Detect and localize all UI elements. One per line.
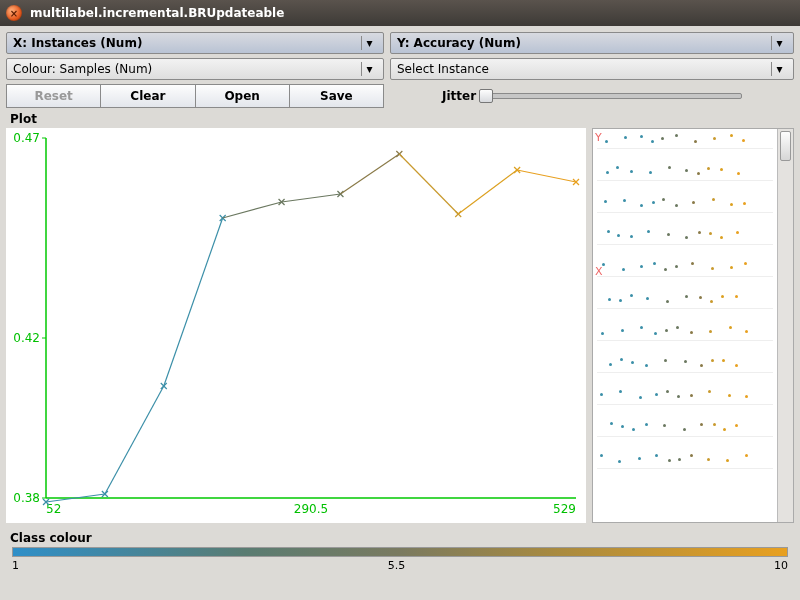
y-axis-label: Y: Accuracy (Num) xyxy=(397,36,521,50)
svg-line-16 xyxy=(105,386,164,494)
chevron-down-icon: ▾ xyxy=(361,36,377,50)
mini-row xyxy=(597,453,773,469)
mini-row xyxy=(597,389,773,405)
save-button[interactable]: Save xyxy=(289,84,384,108)
svg-text:0.47: 0.47 xyxy=(13,131,40,145)
svg-line-19 xyxy=(164,218,223,386)
svg-text:529: 529 xyxy=(553,502,576,516)
mini-row xyxy=(597,229,773,245)
class-colour-label: Class colour xyxy=(10,531,794,545)
open-button[interactable]: Open xyxy=(195,84,290,108)
mini-row xyxy=(597,261,773,277)
svg-line-25 xyxy=(282,194,341,202)
svg-line-31 xyxy=(399,154,458,214)
window-title: multilabel.incremental.BRUpdateable xyxy=(30,6,284,20)
svg-line-37 xyxy=(517,170,576,182)
mini-row xyxy=(597,357,773,373)
close-icon[interactable]: × xyxy=(6,5,22,21)
colour-max: 10 xyxy=(774,559,788,572)
scroll-thumb-icon[interactable] xyxy=(780,131,791,161)
chevron-down-icon: ▾ xyxy=(771,62,787,76)
colour-ticks: 1 5.5 10 xyxy=(6,559,794,572)
svg-line-28 xyxy=(340,154,399,194)
jitter-slider[interactable] xyxy=(482,93,742,99)
slider-thumb-icon[interactable] xyxy=(479,89,493,103)
window-titlebar: × multilabel.incremental.BRUpdateable xyxy=(0,0,800,26)
mini-row xyxy=(597,293,773,309)
chevron-down-icon: ▾ xyxy=(771,36,787,50)
select-instance-label: Select Instance xyxy=(397,62,489,76)
colour-label: Colour: Samples (Num) xyxy=(13,62,152,76)
svg-text:290.5: 290.5 xyxy=(294,502,328,516)
mini-row xyxy=(597,165,773,181)
svg-text:0.42: 0.42 xyxy=(13,331,40,345)
mini-row xyxy=(597,133,773,149)
clear-button[interactable]: Clear xyxy=(100,84,195,108)
colour-gradient-bar xyxy=(12,547,788,557)
reset-button[interactable]: Reset xyxy=(6,84,101,108)
mini-row xyxy=(597,325,773,341)
mini-row xyxy=(597,197,773,213)
select-instance-dropdown[interactable]: Select Instance ▾ xyxy=(390,58,794,80)
y-axis-dropdown[interactable]: Y: Accuracy (Num) ▾ xyxy=(390,32,794,54)
jitter-label: Jitter xyxy=(442,89,476,103)
plot-section-label: Plot xyxy=(10,112,794,126)
x-axis-dropdown[interactable]: X: Instances (Num) ▾ xyxy=(6,32,384,54)
scrollbar[interactable] xyxy=(777,129,793,522)
mini-row xyxy=(597,421,773,437)
chevron-down-icon: ▾ xyxy=(361,62,377,76)
colour-dropdown[interactable]: Colour: Samples (Num) ▾ xyxy=(6,58,384,80)
svg-text:0.38: 0.38 xyxy=(13,491,40,505)
svg-line-22 xyxy=(223,202,282,218)
x-axis-label: X: Instances (Num) xyxy=(13,36,142,50)
colour-min: 1 xyxy=(12,559,19,572)
attribute-panel: Y X xyxy=(592,128,794,523)
svg-line-34 xyxy=(458,170,517,214)
colour-mid: 5.5 xyxy=(388,559,406,572)
main-plot[interactable]: 0.380.420.4752290.5529 xyxy=(6,128,586,523)
